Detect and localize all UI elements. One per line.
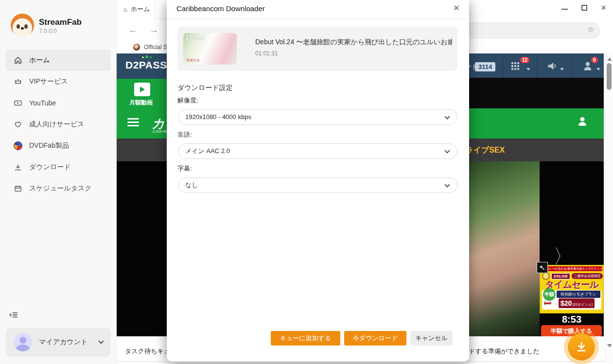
avatar	[14, 333, 32, 351]
header-divider	[503, 54, 503, 78]
live-sex-link[interactable]: ライブSEX	[465, 145, 505, 156]
language-select[interactable]: メイン AAC 2.0	[178, 143, 457, 159]
notifications-badge: 0	[591, 57, 598, 63]
dxlive-logo: DXLIVE	[551, 273, 570, 279]
language-label: 言語:	[177, 130, 192, 139]
streamfab-window: StreamFab 7.0.0.0 ホーム VIPサービス YouTube 成人…	[0, 0, 613, 364]
monthly-video-icon[interactable]	[134, 83, 150, 96]
language-value: メイン AAC 2.0	[185, 147, 230, 155]
chevron-down-icon	[444, 114, 450, 119]
points-label: [20ポイント]	[573, 302, 592, 307]
sidebar-item-youtube[interactable]: YouTube	[6, 92, 111, 114]
home-icon: ⌂	[123, 6, 127, 13]
logo-dot	[150, 56, 152, 58]
sidebar-item-label: 成人向けサービス	[29, 120, 84, 129]
subtitle-select[interactable]: なし	[178, 177, 457, 193]
caribbeancom-downloader-dialog: Caribbeancom Downloader × Debut 有賀ゆあ Deb…	[167, 0, 469, 362]
tab-home[interactable]: ⌂ ホーム	[117, 0, 155, 18]
page-scrollbar[interactable]	[605, 53, 613, 364]
logo-dot	[142, 56, 144, 58]
scroll-down-arrow[interactable]	[607, 344, 612, 347]
back-button[interactable]: ←	[128, 25, 138, 35]
sidebar-collapse-icon[interactable]	[9, 310, 19, 321]
sidebar-item-home[interactable]: ホーム	[6, 50, 111, 71]
resolution-value: 1920x1080 - 4000 kbps	[185, 113, 251, 121]
video-thumbnail: Debut 有賀ゆあ	[183, 33, 237, 65]
announcements-icon[interactable]	[547, 61, 558, 73]
cursor-icon: ↖	[537, 262, 548, 273]
sidebar-item-label: ホーム	[29, 56, 50, 65]
sidebar: StreamFab 7.0.0.0 ホーム VIPサービス YouTube 成人…	[0, 0, 117, 364]
forward-button[interactable]: →	[149, 25, 158, 35]
tab-label: ホーム	[131, 5, 150, 14]
download-now-button[interactable]: 今ダウンロード	[344, 331, 406, 346]
sidebar-item-scheduled-tasks[interactable]: スケジュールタスク	[6, 178, 111, 199]
scroll-up-arrow[interactable]	[607, 57, 612, 61]
streamfab-logo-icon	[11, 14, 34, 37]
app-name: StreamFab	[39, 17, 82, 27]
dialog-divider	[167, 18, 469, 19]
caret-down-icon	[596, 68, 600, 70]
header-divider	[537, 54, 537, 78]
ad-countdown-timer: 8:53	[540, 314, 604, 325]
resolution-label: 解像度:	[177, 96, 198, 105]
caribbeancom-logo-sub: CARIB	[153, 129, 167, 134]
download-icon	[14, 163, 22, 172]
video-title: Debut Vol.24 〜老舗旅館の実家から飛び出した口元のユルいお嬢さま〜	[255, 38, 452, 47]
chevron-down-icon	[444, 148, 450, 153]
cancel-button[interactable]: キャンセル	[410, 331, 453, 346]
sidebar-item-downloads[interactable]: ダウンロード	[6, 156, 111, 178]
ad-price-box: 半額 特別割り引きプラン $40 → $20[20ポイント]	[542, 290, 601, 310]
sidebar-item-label: スケジュールタスク	[29, 184, 92, 193]
apps-grid-icon[interactable]	[511, 62, 519, 70]
site-favicon	[133, 44, 140, 51]
minimize-button[interactable]	[561, 9, 568, 10]
apps-badge: 12	[520, 57, 529, 63]
points-counter-badge: 3114	[475, 62, 495, 71]
download-settings-heading: ダウンロード設定	[177, 84, 233, 92]
d2pass-logo[interactable]: D2PASS	[125, 59, 167, 71]
arrow-right-icon: →	[553, 301, 557, 306]
subtitle-value: なし	[185, 181, 198, 189]
sidebar-item-label: ダウンロード	[29, 163, 71, 172]
dialog-close-icon[interactable]: ×	[454, 2, 459, 14]
youtube-icon	[14, 99, 22, 107]
buy-half-price-button[interactable]: 半額で購入する	[541, 325, 602, 337]
dxlive-ad-banner[interactable]: のオ●ニーが見れる!業界最大級ライブチャット DXLIVE ご優待会員様限定 タ…	[540, 265, 604, 313]
chevron-down-icon	[98, 338, 104, 344]
bookmark-star-icon[interactable]: ☆	[588, 25, 594, 34]
sidebar-item-adult-services[interactable]: 成人向けサービス	[6, 114, 111, 135]
home-icon	[14, 56, 22, 65]
dialog-title: Caribbeancom Downloader	[176, 4, 265, 13]
crown-icon	[14, 77, 22, 86]
sidebar-item-vip[interactable]: VIPサービス	[6, 71, 111, 92]
logo-dot	[145, 55, 148, 58]
download-queue-fab[interactable]	[568, 333, 595, 361]
my-account-button[interactable]: マイアカウント	[6, 328, 111, 357]
caret-down-icon	[526, 68, 530, 70]
ad-top-line: のオ●ニーが見れる!業界最大級ライブチャット	[541, 266, 602, 271]
chevron-down-icon	[444, 182, 450, 187]
window-close-button[interactable]: ×	[601, 5, 606, 11]
app-version: 7.0.0.0	[39, 28, 57, 35]
add-to-queue-button[interactable]: キューに追加する	[271, 331, 340, 346]
account-label: マイアカウント	[39, 338, 92, 347]
sidebar-item-dvdfab-products[interactable]: DVDFab製品	[6, 135, 111, 156]
thumbnail-actress-text: 有賀ゆあ	[186, 58, 200, 63]
monthly-video-label[interactable]: 月額動画	[129, 99, 153, 107]
alarm-clock-icon	[542, 272, 550, 280]
ad-limited-badge: ご優待会員様限定	[572, 273, 603, 279]
maximize-button[interactable]	[581, 5, 587, 11]
user-icon[interactable]	[576, 115, 589, 130]
calendar-icon	[14, 184, 22, 193]
video-info-card: Debut 有賀ゆあ Debut Vol.24 〜老舗旅館の実家から飛び出した口…	[177, 27, 457, 71]
scroll-thumb[interactable]	[607, 63, 612, 90]
resolution-select[interactable]: 1920x1080 - 4000 kbps	[178, 109, 457, 125]
new-price: $20	[560, 299, 572, 307]
heart-icon	[14, 120, 22, 129]
caret-down-icon	[560, 68, 564, 70]
subtitle-label: 字幕:	[177, 164, 192, 173]
menu-icon[interactable]	[127, 118, 139, 128]
sidebar-item-label: DVDFab製品	[29, 141, 69, 150]
ad-plan-label: 特別割り引きプラン	[557, 291, 600, 298]
